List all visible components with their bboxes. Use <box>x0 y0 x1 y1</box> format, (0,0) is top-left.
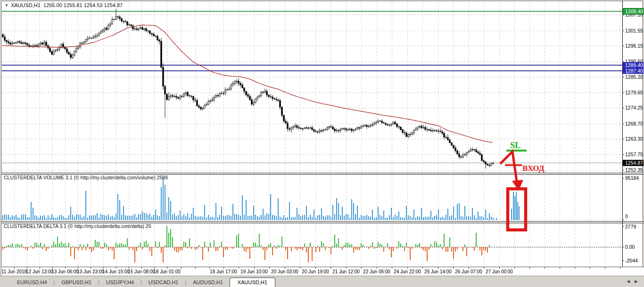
entry-label: ВХОД <box>522 164 545 173</box>
time-axis-label: 20 Jun 19:00 <box>302 269 329 274</box>
scroll-right-icon[interactable]: ▶ <box>632 279 640 284</box>
scroll-left-icon[interactable]: ◀ <box>624 279 632 284</box>
chart-tabs-bar: EURUSD,H4|GBPUSD,H1|USDJPY,H4|USDCAD,H1|… <box>0 276 644 287</box>
time-axis-label: 19 Jun 10:00 <box>240 269 268 274</box>
stop-loss-label: SL <box>510 141 520 150</box>
time-scale[interactable]: 11 Jun 201812 Jun 13:0013 Jun 06:0013 Ju… <box>1 267 644 276</box>
time-axis-label: 14 Jun 15:00 <box>102 269 130 274</box>
chart-caret-icon: ▼ <box>5 3 8 8</box>
price-axis-label: 1279.65 <box>625 90 643 95</box>
time-axis-label: 15 Jun 08:00 <box>128 269 155 274</box>
time-axis-label: 18 Jun 01:00 <box>153 269 181 274</box>
tab-audusd-h1[interactable]: AUDUSD,H1 <box>186 278 230 287</box>
price-axis-label: 1263.30 <box>625 136 643 142</box>
time-axis-label: 18 Jun 17:00 <box>210 269 237 274</box>
time-axis-label: 26 Jun 07:00 <box>455 269 482 274</box>
time-axis-label: 22 Jun 05:00 <box>363 269 390 274</box>
volume-indicator-label: CLUSTERDELTA VOLUME 3.1 (© http://my.clu… <box>4 175 168 180</box>
tab-scroll-arrows: ◀▶ <box>624 279 640 284</box>
time-axis-label: 21 Jun 12:00 <box>332 269 360 274</box>
time-axis-label: 12 Jun 13:00 <box>26 269 53 274</box>
tab-usdjpy-h4[interactable]: USDJPY,H4 <box>99 278 140 287</box>
indicator-axis-label: -2044 <box>625 258 638 263</box>
time-axis-label: 27 Jun 00:00 <box>486 269 513 274</box>
price-axis-label: 1274.25 <box>625 105 643 110</box>
indicator-axis-label: 0.00 <box>625 244 635 250</box>
price-axis-label: 1268.70 <box>625 121 643 127</box>
tab-xauusd-h1[interactable]: XAUUSD,H1 <box>230 278 275 287</box>
indicator-axis-label: 2779 <box>625 224 636 229</box>
time-axis-label: 13 Jun 06:00 <box>51 269 79 274</box>
time-axis-label: 25 Jun 14:00 <box>424 269 452 274</box>
price-axis-label: 1296.15 <box>625 43 643 49</box>
tab-usdcad-h1[interactable]: USDCAD,H1 <box>142 278 185 287</box>
price-axis-label: 1301.55 <box>625 28 643 34</box>
chart-ohlc-values: 1255.00 1255.81 1254.53 1254.87 <box>43 2 123 8</box>
price-axis-label: 1252.35 <box>625 167 643 173</box>
tab-gbpusd-h1[interactable]: GBPUSD,H1 <box>55 278 98 287</box>
time-axis-label: 13 Jun 23:00 <box>77 269 104 274</box>
price-axis-label: 1257.75 <box>625 152 643 157</box>
chart-title: ▼XAUUSD,H1 1255.00 1255.81 1254.53 1254.… <box>5 2 123 8</box>
price-badge: 1289.40 <box>625 62 643 68</box>
terminal-window: { "window": { "caret_icon": "▼", "symbol… <box>0 0 644 287</box>
time-axis-label: 11 Jun 2018 <box>1 269 27 274</box>
price-badge: 1308.40 <box>625 8 643 14</box>
indicator-axis-label: 95184 <box>625 175 639 181</box>
chart-canvas[interactable]: 1307.101301.551296.151290.601285.201279.… <box>0 0 644 276</box>
price-badge: 1254.87 <box>625 160 643 166</box>
time-axis-label: 20 Jun 03:00 <box>271 269 298 274</box>
price-badge: 1287.40 <box>625 68 643 74</box>
tab-eurusd-h4[interactable]: EURUSD,H4 <box>10 278 54 287</box>
chart-symbol-label: XAUUSD,H1 <box>11 2 41 8</box>
indicator-axis-label: 0 <box>625 213 628 219</box>
price-axis-label: 1285.20 <box>625 74 643 80</box>
delta-indicator-label: CLUSTERDELTA DELTA 3.1 (© http://my.clus… <box>4 223 151 229</box>
time-axis-label: 24 Jun 22:00 <box>394 269 421 274</box>
